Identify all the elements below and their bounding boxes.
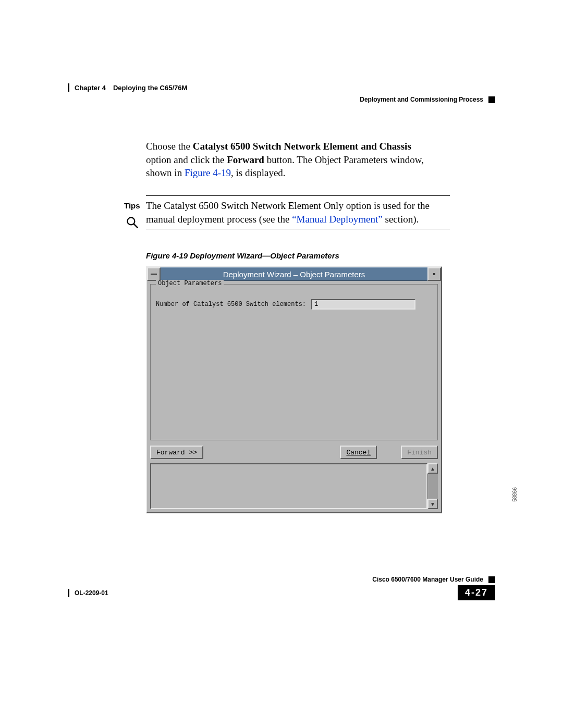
- finish-button: Finish: [401, 446, 438, 459]
- footer-square: [488, 576, 495, 583]
- body-bold: Catalyst 6500 Switch Network Element and…: [193, 141, 411, 152]
- forward-button[interactable]: Forward >>: [150, 446, 203, 459]
- figure-ref-link[interactable]: Figure 4-19: [185, 167, 231, 178]
- guide-title: Cisco 6500/7600 Manager User Guide: [372, 576, 483, 583]
- footer-bar: [68, 589, 69, 597]
- window-maximize-button[interactable]: [427, 267, 441, 281]
- group-label: Object Parameters: [156, 280, 224, 287]
- page-number: 4-27: [458, 585, 495, 600]
- body-bold: Forward: [227, 154, 264, 165]
- object-parameters-group: Object Parameters Number of Catalyst 650…: [150, 284, 438, 440]
- cancel-button[interactable]: Cancel: [340, 446, 377, 459]
- header-bar: [68, 83, 69, 92]
- chapter-header: Chapter 4 Deploying the C65/76M: [68, 83, 495, 92]
- num-elements-input[interactable]: 1: [311, 299, 415, 310]
- scrollbar[interactable]: ▲ ▼: [427, 463, 438, 509]
- body-paragraph: Choose the Catalyst 6500 Switch Network …: [146, 140, 438, 180]
- manual-deployment-link[interactable]: “Manual Deployment”: [292, 214, 383, 225]
- section-title: Deployment and Commissioning Process: [360, 96, 483, 103]
- chapter-label: Chapter 4: [75, 84, 106, 92]
- chapter-title: Deploying the C65/76M: [113, 84, 187, 92]
- titlebar: Deployment Wizard – Object Parameters: [147, 267, 441, 281]
- tips-block: Tips The Catalyst 6500 Switch Network El…: [124, 195, 450, 229]
- svg-line-1: [134, 224, 138, 228]
- wizard-body: Object Parameters Number of Catalyst 650…: [147, 281, 441, 512]
- page-footer: Cisco 6500/7600 Manager User Guide OL-22…: [68, 576, 495, 600]
- tips-text: The Catalyst 6500 Switch Network Element…: [146, 199, 450, 226]
- window-menu-button[interactable]: [147, 267, 161, 281]
- header-square: [488, 96, 495, 103]
- body-text-frag: , is displayed.: [231, 167, 286, 178]
- tips-rule: [146, 229, 450, 229]
- image-id: 58866: [512, 487, 518, 502]
- log-area: ▲ ▼: [150, 463, 438, 509]
- body-text-frag: Choose the: [146, 141, 193, 152]
- tips-frag: section).: [383, 214, 419, 225]
- figure-caption: Figure 4-19 Deployment Wizard—Object Par…: [146, 251, 495, 260]
- tips-icon: [125, 215, 140, 230]
- doc-id: OL-2209-01: [75, 589, 108, 597]
- scroll-up-button[interactable]: ▲: [427, 463, 438, 474]
- scroll-down-button[interactable]: ▼: [427, 499, 438, 509]
- num-elements-label: Number of Catalyst 6500 Switch elements:: [156, 301, 306, 308]
- log-textarea[interactable]: [150, 463, 427, 509]
- section-header: Deployment and Commissioning Process: [68, 96, 495, 103]
- field-row: Number of Catalyst 6500 Switch elements:…: [156, 299, 432, 310]
- window-title: Deployment Wizard – Object Parameters: [161, 267, 427, 281]
- tips-rule: [146, 195, 450, 196]
- wizard-window: Deployment Wizard – Object Parameters Ob…: [146, 266, 442, 513]
- button-row: Forward >> Cancel Finish: [150, 446, 438, 459]
- body-text-frag: option and click the: [146, 154, 227, 165]
- scroll-track[interactable]: [427, 474, 438, 499]
